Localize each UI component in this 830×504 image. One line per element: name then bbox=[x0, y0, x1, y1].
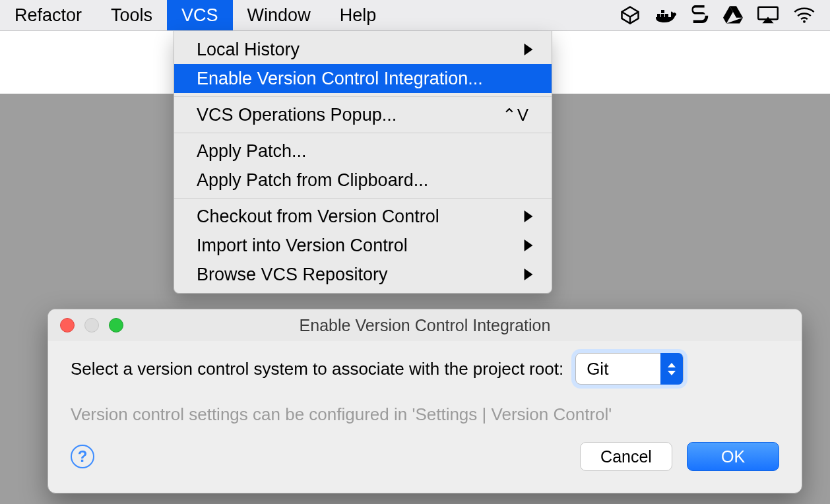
menubar: Refactor Tools VCS Window Help bbox=[0, 0, 830, 31]
vcs-select[interactable]: Git bbox=[575, 353, 684, 385]
drive-icon[interactable] bbox=[723, 6, 743, 24]
menu-tools[interactable]: Tools bbox=[96, 0, 167, 30]
enable-vcs-dialog: Enable Version Control Integration Selec… bbox=[48, 309, 802, 493]
menu-separator bbox=[174, 198, 552, 199]
svg-marker-14 bbox=[525, 239, 533, 251]
ok-button[interactable]: OK bbox=[687, 442, 779, 471]
menuitem-vcs-operations-popup[interactable]: VCS Operations Popup... ⌃V bbox=[174, 100, 552, 129]
select-stepper-icon bbox=[660, 353, 683, 385]
vcs-dropdown-menu: Local History Enable Version Control Int… bbox=[174, 31, 552, 294]
vcs-settings-hint: Version control settings can be configur… bbox=[71, 404, 779, 425]
menu-separator bbox=[174, 96, 552, 97]
submenu-arrow-icon bbox=[524, 210, 533, 222]
svg-point-11 bbox=[803, 20, 806, 23]
window-minimize-button[interactable] bbox=[84, 318, 99, 332]
menuitem-local-history[interactable]: Local History bbox=[174, 35, 552, 64]
menuitem-apply-patch-clipboard[interactable]: Apply Patch from Clipboard... bbox=[174, 166, 552, 195]
menubar-status-icons bbox=[615, 0, 830, 30]
vcs-select-row: Select a version control system to assoc… bbox=[71, 353, 779, 385]
menu-window[interactable]: Window bbox=[233, 0, 325, 30]
menu-help[interactable]: Help bbox=[325, 0, 391, 30]
svg-marker-10 bbox=[762, 16, 773, 23]
svg-marker-12 bbox=[525, 44, 533, 55]
submenu-arrow-icon bbox=[524, 44, 533, 55]
menu-refactor[interactable]: Refactor bbox=[0, 0, 96, 30]
cube-icon[interactable] bbox=[620, 5, 640, 25]
airplay-icon[interactable] bbox=[757, 6, 779, 24]
submenu-arrow-icon bbox=[524, 239, 533, 251]
wifi-icon[interactable] bbox=[793, 7, 815, 24]
menu-label: Tools bbox=[111, 5, 152, 26]
menuitem-label: Apply Patch... bbox=[197, 141, 529, 162]
svg-marker-13 bbox=[525, 210, 533, 222]
dialog-footer: ? Cancel OK bbox=[48, 442, 802, 486]
menubar-spacer bbox=[391, 0, 615, 30]
menuitem-label: Apply Patch from Clipboard... bbox=[197, 170, 529, 191]
help-icon: ? bbox=[78, 447, 88, 466]
menuitem-import-into-vcs[interactable]: Import into Version Control bbox=[174, 231, 552, 260]
menu-label: Refactor bbox=[15, 5, 82, 26]
menuitem-enable-vcs-integration[interactable]: Enable Version Control Integration... bbox=[174, 64, 552, 93]
menuitem-label: Enable Version Control Integration... bbox=[197, 69, 529, 89]
window-traffic-lights bbox=[60, 318, 123, 332]
window-close-button[interactable] bbox=[60, 318, 75, 332]
submenu-arrow-icon bbox=[524, 268, 533, 280]
vcs-select-value: Git bbox=[587, 359, 660, 379]
cancel-button[interactable]: Cancel bbox=[580, 442, 672, 471]
menu-label: Window bbox=[247, 5, 311, 26]
window-zoom-button[interactable] bbox=[109, 318, 123, 332]
svg-rect-4 bbox=[665, 14, 668, 17]
menu-vcs[interactable]: VCS bbox=[167, 0, 233, 30]
menuitem-label: Checkout from Version Control bbox=[197, 206, 529, 227]
menuitem-apply-patch[interactable]: Apply Patch... bbox=[174, 137, 552, 166]
menuitem-browse-vcs-repository[interactable]: Browse VCS Repository bbox=[174, 260, 552, 289]
docker-icon[interactable] bbox=[654, 5, 677, 25]
button-label: OK bbox=[721, 447, 745, 466]
vcs-select-prompt: Select a version control system to assoc… bbox=[71, 359, 563, 379]
menuitem-checkout-from-vcs[interactable]: Checkout from Version Control bbox=[174, 202, 552, 231]
dialog-titlebar: Enable Version Control Integration bbox=[48, 309, 802, 341]
menuitem-label: Browse VCS Repository bbox=[197, 265, 529, 285]
help-button[interactable]: ? bbox=[71, 445, 94, 468]
menu-label: Help bbox=[340, 5, 377, 26]
dialog-title: Enable Version Control Integration bbox=[300, 316, 551, 335]
menubar-items: Refactor Tools VCS Window Help bbox=[0, 0, 391, 30]
s-icon[interactable] bbox=[691, 5, 709, 25]
svg-rect-3 bbox=[661, 14, 664, 17]
menuitem-shortcut: ⌃V bbox=[502, 105, 529, 125]
dialog-body: Select a version control system to assoc… bbox=[48, 341, 802, 425]
svg-rect-5 bbox=[661, 10, 664, 13]
menuitem-label: Import into Version Control bbox=[197, 236, 529, 256]
menu-separator bbox=[174, 133, 552, 133]
svg-rect-2 bbox=[657, 14, 660, 17]
menu-label: VCS bbox=[181, 5, 218, 26]
svg-marker-15 bbox=[525, 268, 533, 280]
button-label: Cancel bbox=[600, 447, 652, 466]
menuitem-label: Local History bbox=[197, 40, 529, 60]
menuitem-label: VCS Operations Popup... bbox=[197, 105, 489, 125]
